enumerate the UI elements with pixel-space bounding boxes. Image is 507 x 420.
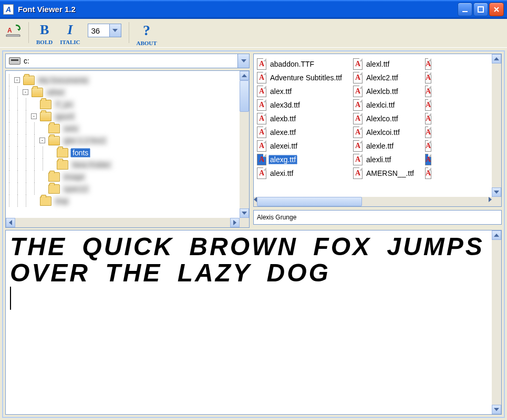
tree-item[interactable]: T_pn <box>9 98 240 110</box>
scroll-thumb[interactable] <box>240 80 249 112</box>
toolbar: A B BOLD I ITALIC ? ABOUT <box>0 19 507 48</box>
file-item[interactable]: AAlexlc2.ttf <box>353 71 420 85</box>
tree-toggle[interactable]: - <box>39 138 45 143</box>
folder-icon <box>48 124 60 133</box>
file-item[interactable]: A <box>425 71 432 85</box>
tree-item[interactable]: spec12 <box>9 183 240 195</box>
tree-item-label: sets <box>62 124 80 133</box>
tree-item-label: My Documents <box>37 76 90 85</box>
file-item[interactable]: A <box>425 139 432 153</box>
preview-panel[interactable]: THE QUICK BROWN FOX JUMPS OVER THE LAZY … <box>5 230 502 415</box>
scroll-up-button[interactable] <box>492 230 501 240</box>
tree-item[interactable]: tmp <box>9 195 240 207</box>
file-item[interactable]: Aalexle.ttf <box>353 139 420 153</box>
file-item[interactable]: AAlexlcb.ttf <box>353 85 420 98</box>
font-file-icon: A <box>353 99 363 111</box>
tree-item[interactable]: image <box>9 171 240 183</box>
file-vscrollbar[interactable] <box>492 54 501 197</box>
file-item[interactable]: Aalexli.ttf <box>353 153 420 166</box>
file-label: alex3d.ttf <box>268 100 302 110</box>
file-label: alexb.ttf <box>268 114 297 123</box>
font-size-input[interactable] <box>88 24 110 37</box>
file-item[interactable]: AAMERSN__.ttf <box>353 166 420 180</box>
tree-hscrollbar[interactable] <box>6 218 240 227</box>
scroll-thumb[interactable] <box>257 197 362 206</box>
folder-icon <box>32 88 43 97</box>
file-list[interactable]: Aabaddon.TTFAAdventure Subtitles.ttfAale… <box>253 54 502 207</box>
app-icon: A <box>3 4 14 15</box>
bold-label: BOLD <box>36 39 53 45</box>
tree-item-label: T_pn <box>54 100 75 109</box>
file-item[interactable]: Aalexe.ttf <box>257 125 348 139</box>
file-label: alexe.ttf <box>268 128 297 137</box>
tree-item[interactable]: New Folder <box>9 159 240 171</box>
file-item[interactable]: Aabaddon.TTF <box>257 57 348 71</box>
file-item[interactable]: Aalexg.ttf <box>257 153 348 166</box>
preview-vscrollbar[interactable] <box>492 230 501 414</box>
file-label: alex.ttf <box>268 87 293 96</box>
file-label: alexei.ttf <box>268 141 299 151</box>
font-file-icon: A <box>353 113 363 124</box>
file-item[interactable]: Aalexi.ttf <box>257 166 348 180</box>
file-item[interactable]: A <box>425 98 432 112</box>
file-item[interactable]: AAdventure Subtitles.ttf <box>257 71 348 85</box>
drive-dropdown-button[interactable] <box>237 54 249 68</box>
scroll-up-button[interactable] <box>492 54 501 64</box>
tree-item-label: gbn 1.2 fmr2 <box>62 136 108 145</box>
tree-vscrollbar[interactable] <box>240 71 249 218</box>
tree-item[interactable]: -gpuril <box>9 110 240 122</box>
open-font-button[interactable]: A <box>5 22 21 37</box>
tree-toggle[interactable]: - <box>14 77 20 83</box>
file-item[interactable]: AAlexlcoi.ttf <box>353 125 420 139</box>
font-file-icon: A <box>257 86 266 97</box>
file-item[interactable]: AAlexlco.ttf <box>353 112 420 125</box>
scroll-down-button[interactable] <box>240 208 249 218</box>
scroll-up-button[interactable] <box>240 71 249 80</box>
font-file-icon: A <box>257 113 266 124</box>
file-item[interactable]: A <box>425 85 432 98</box>
folder-icon <box>57 160 68 170</box>
file-item[interactable]: Aalexl.ttf <box>353 57 420 71</box>
file-item[interactable]: Aalexlci.ttf <box>353 98 420 112</box>
drive-label: c: <box>24 57 237 65</box>
italic-button[interactable]: I ITALIC <box>60 22 80 45</box>
tree-item[interactable]: -My Documents <box>9 74 240 86</box>
preview-text[interactable]: THE QUICK BROWN FOX JUMPS OVER THE LAZY … <box>10 234 488 287</box>
file-hscrollbar[interactable] <box>254 197 492 206</box>
tree-item-label: gpuril <box>54 112 76 121</box>
file-item[interactable]: Aalexei.ttf <box>257 139 348 153</box>
scroll-left-button[interactable] <box>6 218 15 227</box>
tree-toggle[interactable]: - <box>23 89 28 95</box>
scroll-right-button[interactable] <box>230 218 240 227</box>
folder-tree[interactable]: -My Documents-otherT_pn-gpurilsets-gbn 1… <box>5 70 250 228</box>
file-item[interactable]: A <box>425 112 432 125</box>
tree-toggle[interactable]: - <box>31 113 37 119</box>
file-item[interactable]: A <box>425 153 432 166</box>
font-size-combo[interactable] <box>88 24 121 37</box>
file-label: Alexlcb.ttf <box>365 87 400 96</box>
font-size-dropdown-button[interactable] <box>110 24 121 37</box>
minimize-button[interactable] <box>458 3 472 16</box>
close-button[interactable] <box>489 3 504 16</box>
scroll-down-button[interactable] <box>492 187 501 197</box>
tree-item-label: spec12 <box>62 184 90 194</box>
tree-item[interactable]: -other <box>9 86 240 98</box>
about-button[interactable]: ? ABOUT <box>137 22 157 46</box>
drive-combo[interactable]: c: <box>5 54 250 68</box>
tree-item[interactable]: -gbn 1.2 fmr2 <box>9 134 240 146</box>
tree-item[interactable]: sets <box>9 122 240 134</box>
file-item[interactable]: Aalex3d.ttf <box>257 98 348 112</box>
file-item[interactable]: A <box>425 57 432 71</box>
tree-item[interactable]: fonts <box>9 146 240 159</box>
tree-item-label: fonts <box>70 148 90 158</box>
italic-label: ITALIC <box>60 39 80 45</box>
scroll-down-button[interactable] <box>492 405 501 414</box>
file-item[interactable]: A <box>425 166 432 180</box>
file-item[interactable]: Aalexb.ttf <box>257 112 348 125</box>
workarea: c: -My Documents-otherT_pn-gpurilsets-gb… <box>2 50 505 418</box>
maximize-button[interactable] <box>473 3 488 16</box>
font-file-icon: A <box>425 167 431 179</box>
file-item[interactable]: Aalex.ttf <box>257 85 348 98</box>
bold-button[interactable]: B BOLD <box>36 22 53 45</box>
file-item[interactable]: A <box>425 125 432 139</box>
